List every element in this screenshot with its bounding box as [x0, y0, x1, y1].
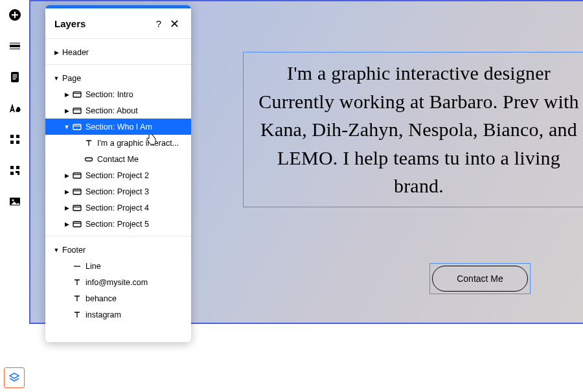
tree-label: Page: [62, 74, 81, 83]
tree-label: Section: Project 5: [86, 220, 149, 229]
caret-down-icon: ▼: [53, 247, 60, 253]
media-icon[interactable]: [6, 193, 23, 210]
tree-item-section-project3[interactable]: ▶ Section: Project 3: [45, 183, 191, 200]
svg-rect-13: [16, 135, 19, 138]
apps-icon[interactable]: [6, 131, 23, 148]
tree-item-section-project4[interactable]: ▶ Section: Project 4: [45, 200, 191, 216]
tree-label: behance: [86, 294, 117, 303]
svg-rect-10: [12, 76, 17, 78]
svg-rect-15: [16, 141, 19, 144]
layers-panel: Layers ? ▶ Header ▼ Page ▶ Section: Intr…: [45, 5, 191, 342]
layers-toggle-button[interactable]: [4, 367, 25, 388]
panel-body: ▶ Header ▼ Page ▶ Section: Intro ▶ Secti…: [45, 39, 191, 337]
tree-label: Section: Project 2: [86, 171, 149, 180]
button-icon: [84, 155, 93, 164]
page-icon[interactable]: [6, 69, 23, 86]
svg-rect-16: [10, 166, 14, 169]
puzzle-sections-icon[interactable]: [6, 162, 23, 179]
caret-down-icon: ▼: [63, 124, 70, 130]
caret-right-icon: ▶: [63, 91, 70, 98]
tree-label: Footer: [62, 246, 86, 255]
caret-down-icon: ▼: [53, 75, 60, 82]
tree-label: Section: Intro: [86, 90, 133, 99]
svg-rect-11: [12, 78, 16, 80]
tree-root-header[interactable]: ▶ Header: [45, 44, 191, 60]
tree-item-section-about[interactable]: ▶ Section: About: [45, 102, 191, 119]
line-icon: [73, 262, 82, 271]
help-icon[interactable]: ?: [151, 16, 166, 31]
tree-item-behance[interactable]: behance: [45, 290, 191, 306]
tree-label: Section: Who I Am: [86, 122, 152, 132]
tree-label: Section: Project 3: [86, 187, 149, 196]
panel-title: Layers: [54, 18, 151, 29]
svg-rect-12: [10, 135, 14, 138]
section-icon: [73, 122, 82, 132]
hero-text-block[interactable]: I'm a graphic interactive designer Curre…: [243, 52, 583, 207]
svg-rect-6: [10, 43, 20, 43]
svg-rect-18: [10, 172, 14, 175]
tree-item-section-whoiam[interactable]: ▼ Section: Who I Am: [45, 119, 191, 135]
text-icon: [84, 139, 93, 148]
contact-me-button[interactable]: Contact Me: [432, 266, 528, 292]
panel-header: Layers ?: [45, 8, 191, 39]
design-icon[interactable]: [6, 100, 23, 117]
tree-label: I'm a graphic interact...: [97, 139, 179, 148]
tree-item-section-project5[interactable]: ▶ Section: Project 5: [45, 216, 191, 232]
text-icon: [73, 278, 82, 287]
add-icon[interactable]: [6, 6, 23, 23]
tree-label: Line: [86, 262, 101, 271]
caret-right-icon: ▶: [63, 108, 70, 114]
section-icon: [73, 106, 82, 115]
tree-item-section-project2[interactable]: ▶ Section: Project 2: [45, 167, 191, 183]
tree-label: Section: Project 4: [86, 203, 149, 213]
svg-point-20: [12, 200, 14, 202]
tree-label: info@mysite.com: [86, 278, 148, 287]
section-icon: [73, 187, 82, 196]
caret-right-icon: ▶: [63, 205, 70, 211]
caret-right-icon: ▶: [53, 49, 60, 56]
section-icon: [73, 171, 82, 180]
close-icon[interactable]: [166, 16, 182, 31]
tree-label: Contact Me: [97, 155, 139, 164]
section-icon: [73, 90, 82, 99]
tree-item-email[interactable]: info@mysite.com: [45, 274, 191, 290]
tree-item-contact-button[interactable]: Contact Me: [45, 151, 191, 167]
text-icon: [73, 294, 82, 303]
svg-rect-21: [73, 124, 81, 130]
stripe-icon[interactable]: [6, 38, 23, 54]
svg-rect-14: [10, 141, 14, 144]
tree-item-text[interactable]: I'm a graphic interact...: [45, 135, 191, 151]
tree-root-footer[interactable]: ▼ Footer: [45, 242, 191, 258]
text-icon: [73, 310, 82, 319]
caret-right-icon: ▶: [63, 221, 70, 227]
tree-label: instagram: [86, 310, 121, 319]
tree-label: Section: About: [86, 106, 138, 115]
svg-rect-7: [10, 49, 20, 49]
tree-root-page[interactable]: ▼ Page: [45, 70, 191, 86]
left-tool-rail: [0, 0, 29, 392]
svg-rect-5: [10, 45, 20, 47]
tree-item-instagram[interactable]: instagram: [45, 306, 191, 323]
caret-right-icon: ▶: [63, 172, 70, 179]
tree-label: Header: [62, 48, 89, 57]
caret-right-icon: ▶: [63, 189, 70, 195]
section-icon: [73, 203, 82, 213]
svg-rect-9: [12, 75, 17, 76]
svg-rect-17: [16, 166, 19, 169]
tree-item-line[interactable]: Line: [45, 258, 191, 274]
section-icon: [73, 220, 82, 229]
tree-item-section-intro[interactable]: ▶ Section: Intro: [45, 86, 191, 102]
